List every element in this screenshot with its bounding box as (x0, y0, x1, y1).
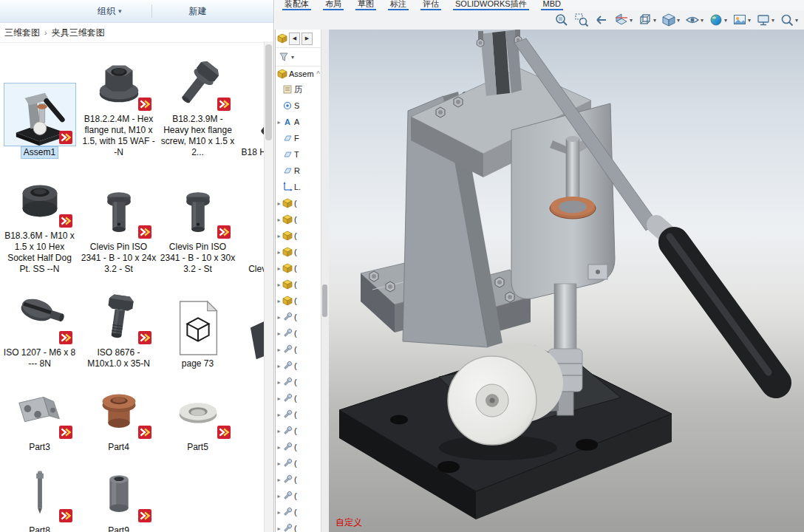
zoom-area-icon[interactable] (574, 13, 589, 27)
previous-view-icon[interactable] (594, 13, 609, 27)
expand-arrow-icon[interactable]: ▸ (276, 395, 282, 402)
pane-right-button[interactable]: ▶ (302, 33, 313, 45)
feature-panel-scrollbar-thumb[interactable] (322, 284, 327, 317)
feature-tree-item[interactable]: ▸( (276, 211, 321, 228)
file-item[interactable]: Assem1 (1, 50, 78, 158)
feature-tree-item[interactable]: ▸( (276, 471, 321, 488)
feature-tree-item[interactable]: F (276, 130, 321, 146)
file-item[interactable]: B18.2.3.9M - Heavy hex flange screw, M10… (160, 50, 236, 158)
feature-tree-item[interactable]: S (276, 98, 321, 114)
command-tab-5[interactable]: SOLIDWORKS插件 (453, 0, 529, 10)
expand-arrow-icon[interactable]: ▸ (276, 314, 282, 321)
expand-arrow-icon[interactable]: ▸ (276, 509, 282, 516)
expand-arrow-icon[interactable]: ▸ (276, 379, 282, 386)
file-item[interactable]: Part5 (160, 378, 236, 453)
file-item[interactable]: ISO 8676 - M10x1.0 x 35-N (81, 284, 157, 369)
command-tab-1[interactable]: 布局 (323, 0, 344, 10)
command-tab-2[interactable]: 草图 (355, 0, 376, 10)
expand-arrow-icon[interactable]: ▸ (276, 347, 282, 353)
expand-arrow-icon[interactable]: ▸ (276, 298, 282, 304)
breadcrumb-current[interactable]: 夹具三维套图 (49, 25, 108, 41)
scene-icon[interactable] (732, 13, 747, 27)
file-item[interactable]: ISO 1207 - M6 x 8 --- 8N (1, 284, 78, 369)
breadcrumb-root[interactable]: 三维套图 (1, 25, 43, 41)
expand-arrow-icon[interactable]: ▸ (276, 363, 282, 369)
organize-button[interactable]: 组织 ▾ (90, 2, 129, 21)
chevron-down-icon[interactable]: ▾ (724, 17, 727, 24)
feature-tree-item[interactable]: ▸( (276, 358, 321, 374)
expand-arrow-icon[interactable]: ▸ (276, 460, 282, 467)
feature-tree-item[interactable]: ▸( (276, 293, 321, 309)
feature-tree-item[interactable]: L. (276, 179, 321, 195)
feature-tree-item[interactable]: ▸( (276, 228, 321, 244)
file-item[interactable]: Part9 (81, 462, 157, 532)
zoom-fit-icon[interactable] (554, 13, 569, 27)
feature-tree-item[interactable]: ▸( (276, 423, 321, 439)
view-orientation-icon[interactable] (638, 13, 653, 27)
feature-tree-item[interactable]: R (276, 163, 321, 179)
expand-arrow-icon[interactable]: ▸ (276, 233, 282, 239)
file-item[interactable]: Part3 (1, 378, 78, 453)
feature-tree-item[interactable]: ▸( (276, 374, 321, 390)
expand-arrow-icon[interactable]: ▸ (276, 477, 282, 483)
feature-tree-item[interactable]: ▸( (276, 455, 321, 471)
expand-arrow-icon[interactable]: ▸ (276, 412, 282, 418)
display-style-icon[interactable] (661, 13, 676, 27)
expand-arrow-icon[interactable]: ▸ (276, 265, 282, 272)
expand-arrow-icon[interactable]: ▸ (276, 493, 282, 499)
chevron-down-icon[interactable]: ▾ (795, 17, 798, 24)
expand-arrow-icon[interactable]: ▸ (276, 444, 282, 451)
expand-arrow-icon[interactable]: ▸ (276, 119, 282, 126)
chevron-down-icon[interactable]: ▾ (771, 17, 774, 24)
feature-tree-item[interactable]: ▸( (276, 260, 321, 276)
expand-arrow-icon[interactable]: ▸ (276, 200, 282, 207)
feature-tree-item[interactable]: ▸( (276, 244, 321, 260)
feature-tree-item[interactable]: ▸( (276, 390, 321, 406)
file-item[interactable]: Part4 (81, 378, 157, 453)
feature-tree-item[interactable]: ▸( (276, 325, 321, 341)
feature-tree-root[interactable]: Assem ^ (276, 66, 321, 81)
chevron-down-icon[interactable]: ▾ (677, 17, 680, 24)
chevron-down-icon[interactable]: ▾ (630, 17, 633, 24)
expand-arrow-icon[interactable]: ▸ (276, 330, 282, 337)
section-view-icon[interactable] (614, 13, 629, 27)
command-tab-6[interactable]: MBD (541, 0, 563, 10)
feature-tree-item[interactable]: ▸AA (276, 114, 321, 130)
command-tab-4[interactable]: 评估 (420, 0, 441, 10)
expand-arrow-icon[interactable]: ▸ (276, 216, 282, 223)
file-item[interactable]: page 73 (160, 284, 236, 369)
expand-arrow-icon[interactable]: ▸ (276, 249, 282, 256)
chevron-down-icon[interactable]: ▾ (701, 17, 704, 24)
feature-tree-item[interactable]: T (276, 146, 321, 163)
explorer-scrollbar[interactable] (264, 41, 273, 532)
feature-tree-item[interactable]: ▸( (276, 195, 321, 211)
command-tab-3[interactable]: 标注 (388, 0, 409, 10)
file-item[interactable]: Clevis Pin ISO 2341 - B - 10 x 24x 3.2 -… (81, 167, 157, 275)
feature-tree-item[interactable]: ▸( (276, 341, 321, 358)
feature-tree-item[interactable]: ▸( (276, 276, 321, 293)
file-item[interactable]: Clevis Pin ISO 2341 - B - 10 x 30x 3.2 -… (160, 167, 236, 275)
feature-tree-item[interactable]: ▸( (276, 488, 321, 504)
expand-arrow-icon[interactable]: ▸ (276, 282, 282, 288)
appearance-icon[interactable] (709, 13, 723, 27)
assembly-3d-model[interactable] (328, 30, 804, 532)
feature-panel-scrollbar[interactable] (321, 30, 329, 532)
magnifier-icon[interactable] (780, 13, 794, 27)
view-settings-icon[interactable] (756, 13, 771, 27)
feature-tree-item[interactable]: ▸( (276, 504, 321, 520)
expand-arrow-icon[interactable]: ▸ (276, 428, 282, 434)
chevron-down-icon[interactable]: ▾ (653, 17, 656, 24)
feature-tree-item[interactable]: 历 (276, 81, 321, 98)
chevron-down-icon[interactable]: ▾ (748, 17, 751, 24)
feature-tree-item[interactable]: ▸( (276, 439, 321, 455)
graphics-viewport[interactable]: 自定义 (328, 30, 804, 532)
new-button[interactable]: 新建 (182, 2, 214, 21)
command-tab-0[interactable]: 装配体 (282, 0, 311, 10)
hide-show-icon[interactable] (685, 13, 700, 27)
feature-tree-filter[interactable]: ▾ (276, 48, 321, 66)
pane-left-button[interactable]: ◀ (289, 33, 300, 45)
explorer-scrollbar-thumb[interactable] (265, 44, 272, 140)
feature-tree-item[interactable]: ▸( (276, 520, 321, 532)
feature-tree-item[interactable]: ▸( (276, 309, 321, 325)
file-item[interactable]: B18.2.2.4M - Hex flange nut, M10 x 1.5, … (81, 50, 157, 158)
